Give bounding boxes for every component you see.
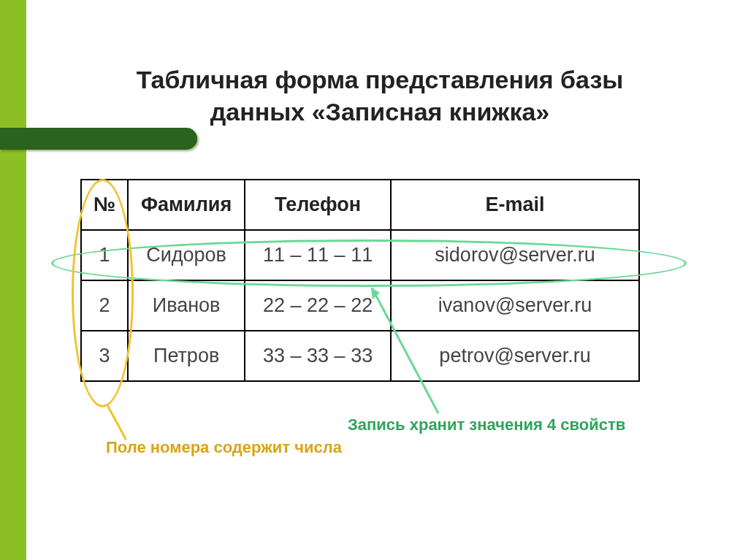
field-callout-text: Поле номера содержит числа — [106, 438, 342, 457]
title-underline-pill — [0, 128, 197, 150]
table-row: 3 Петров 33 – 33 – 33 petrov@server.ru — [81, 331, 639, 381]
cell-phone: 11 – 11 – 11 — [245, 230, 391, 280]
table-row: 1 Сидоров 11 – 11 – 11 sidorov@server.ru — [81, 230, 639, 280]
table-header-row: № Фамилия Телефон E-mail — [81, 180, 639, 230]
cell-phone: 22 – 22 – 22 — [245, 280, 391, 331]
cell-num: 1 — [81, 230, 128, 280]
record-callout-text: Запись хранит значения 4 свойств — [348, 415, 625, 434]
cell-num: 3 — [81, 331, 128, 381]
cell-phone: 33 – 33 – 33 — [245, 331, 391, 381]
field-callout-connector — [107, 405, 126, 440]
col-header-num: № — [81, 180, 128, 230]
left-accent-bar — [0, 0, 26, 560]
col-header-phone: Телефон — [245, 180, 391, 230]
cell-surname: Петров — [128, 331, 245, 381]
svg-line-0 — [107, 405, 126, 440]
cell-email: ivanov@server.ru — [391, 280, 639, 331]
col-header-email: E-mail — [391, 180, 639, 230]
cell-surname: Сидоров — [128, 230, 245, 280]
data-table-wrap: № Фамилия Телефон E-mail 1 Сидоров 11 – … — [80, 179, 640, 382]
col-header-surname: Фамилия — [128, 180, 245, 230]
cell-email: sidorov@server.ru — [391, 230, 639, 280]
table-row: 2 Иванов 22 – 22 – 22 ivanov@server.ru — [81, 280, 639, 331]
data-table: № Фамилия Телефон E-mail 1 Сидоров 11 – … — [80, 179, 640, 382]
cell-surname: Иванов — [128, 280, 245, 331]
cell-num: 2 — [81, 280, 128, 331]
slide-title: Табличная форма представления базы данны… — [88, 64, 672, 128]
cell-email: petrov@server.ru — [391, 331, 639, 381]
